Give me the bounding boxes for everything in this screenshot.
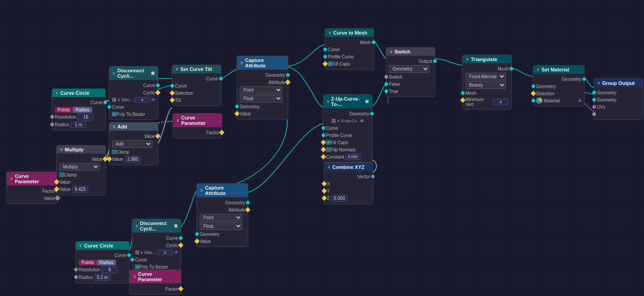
z-value[interactable]: 0.000	[331, 195, 347, 202]
socket-attr-out-c2[interactable]	[245, 207, 250, 212]
min-vert-value[interactable]: 4	[493, 99, 509, 105]
socket-profile-in-ctm[interactable]	[323, 55, 327, 58]
socket-constant-zup[interactable]	[321, 154, 326, 159]
socket-selection-sm[interactable]	[531, 91, 536, 96]
socket-fillcaps-zup[interactable]	[321, 140, 326, 145]
socket-geom-out-sm[interactable]	[582, 77, 586, 81]
constant-zup[interactable]: 0.000	[345, 154, 361, 160]
title-capture-1: Capture Attribute	[245, 57, 285, 68]
socket-selection-sct[interactable]	[170, 90, 174, 95]
socket-profile-in-zup[interactable]	[322, 133, 325, 137]
socket-factor-out-3[interactable]	[178, 286, 183, 291]
socket-mesh-out[interactable]	[372, 40, 376, 44]
resolution-value[interactable]: 16	[78, 114, 94, 120]
row-geom-out-c2: Geometry	[200, 199, 245, 206]
socket-curve-out-d1[interactable]	[156, 84, 160, 87]
socket-flipnorm-zup[interactable]	[321, 147, 326, 152]
add-dropdown[interactable]: Add	[112, 140, 152, 148]
socket-geom-out-c2[interactable]	[246, 201, 250, 204]
multiply-dropdown[interactable]: Multiply	[59, 163, 100, 171]
cb-fillcaps-zup[interactable]	[326, 140, 331, 145]
title-disconnect-2: Disconnect Cycli...	[140, 221, 173, 231]
socket-curve-out-sct[interactable]	[219, 77, 223, 80]
socket-true-switch[interactable]	[385, 89, 388, 93]
cb-poly-d1[interactable]	[112, 112, 116, 116]
cb-clamp-multiply[interactable]	[59, 172, 64, 177]
radius-btn[interactable]: Radius	[73, 107, 92, 113]
socket-curve-out-1[interactable]	[103, 101, 107, 104]
resolution-cc2[interactable]: 8	[102, 266, 117, 273]
cb-poly-d2[interactable]	[135, 265, 139, 269]
socket-material-sm[interactable]	[532, 99, 535, 102]
row-value2-in-multiply: Value 9.425	[59, 186, 103, 193]
socket-cyclic-out-d2[interactable]	[178, 243, 183, 247]
socket-curve-in-sct[interactable]	[170, 84, 174, 88]
radius-cc2[interactable]: 0.2 m	[94, 274, 110, 281]
socket-mesh-out-tri[interactable]	[510, 67, 513, 71]
socket-extra-go[interactable]	[592, 112, 596, 116]
socket-geom-in-c1[interactable]	[235, 105, 239, 108]
socket-geom-out-zup[interactable]	[370, 112, 374, 115]
node-header-set-material: ∨ Set Material	[533, 66, 584, 74]
socket-curve-out-d2[interactable]	[179, 236, 183, 240]
socket-x-in[interactable]	[322, 181, 326, 186]
point-dropdown-c1[interactable]: Point	[240, 86, 282, 94]
socket-curve-in-d1[interactable]	[107, 105, 111, 109]
node-body-curve-circle-1: Curve Points Radius Resolution 16 Radius…	[52, 97, 105, 130]
socket-uvs-in-go[interactable]	[592, 105, 596, 109]
socket-value-in-c1[interactable]	[234, 111, 239, 116]
material-close[interactable]: ✕	[578, 98, 581, 103]
socket-curve-in-ctm[interactable]	[323, 48, 327, 51]
socket-attr-out-c1[interactable]	[285, 80, 290, 84]
radius-btn-cc2[interactable]: Radius	[97, 260, 116, 265]
title-curve-mesh: Curve to Mesh	[333, 30, 367, 35]
points-btn[interactable]: Points	[55, 107, 73, 113]
float-dropdown-c2[interactable]: Float	[200, 222, 242, 230]
socket-value-out-left[interactable]	[55, 195, 60, 200]
cb-fillcaps[interactable]	[328, 62, 332, 66]
socket-geom-in-sm[interactable]	[532, 84, 535, 88]
socket-false-switch[interactable]	[385, 82, 388, 86]
cb-flipnorm-zup[interactable]	[326, 147, 331, 152]
row-factor-out-3: Factor	[133, 285, 178, 292]
disc-value-d2[interactable]: 4	[157, 250, 173, 255]
socket-min-vert-tri[interactable]	[460, 97, 465, 102]
socket-geom-in-go[interactable]	[592, 91, 596, 94]
points-btn-cc2[interactable]: Points	[79, 260, 97, 265]
socket-output-switch[interactable]	[433, 59, 437, 63]
socket-y-in[interactable]	[322, 188, 326, 193]
socket-cyclic-out-d1[interactable]	[155, 90, 160, 95]
point-dropdown-c2[interactable]: Point	[200, 214, 242, 221]
fixed-alt-dropdown[interactable]: Fixed Alternate	[465, 73, 506, 80]
socket-fillcaps-ctm[interactable]	[322, 61, 327, 66]
socket-switch-in[interactable]	[385, 75, 388, 79]
socket-curve-in-d2[interactable]	[130, 258, 134, 261]
socket-value-out-add[interactable]	[155, 133, 160, 138]
socket-z-in[interactable]	[322, 195, 326, 200]
socket-geom2-in-go[interactable]	[592, 98, 596, 102]
row-points-radius: Points Radius	[55, 106, 103, 113]
socket-geom-out-c1[interactable]	[286, 73, 290, 77]
geom-dropdown-switch[interactable]: Geometry	[389, 65, 429, 73]
value2-multiply[interactable]: 9.425	[72, 186, 88, 193]
socket-vector-out[interactable]	[371, 175, 375, 178]
socket-value-in-c2[interactable]	[194, 239, 199, 243]
radius-value[interactable]: 1 m	[71, 121, 86, 128]
socket-curve-out-cc2[interactable]	[127, 253, 131, 257]
socket-radius-in[interactable]	[50, 123, 54, 126]
cb-clamp-add[interactable]	[112, 150, 116, 154]
socket-radius-in-cc2[interactable]	[74, 275, 78, 279]
socket-value-in-add[interactable]	[107, 156, 112, 161]
socket-resolution-in-cc2[interactable]	[74, 268, 78, 271]
socket-geom-in-c2[interactable]	[195, 232, 199, 236]
float-dropdown-c1[interactable]: Float	[240, 95, 282, 102]
socket-tilt-sct[interactable]	[170, 97, 174, 102]
beauty-dropdown[interactable]: Beauty	[465, 81, 506, 89]
disc-value-d1[interactable]: 4	[134, 97, 150, 102]
row-geom-out-sm: Geometry	[536, 75, 581, 83]
socket-mesh-in-tri[interactable]	[461, 91, 465, 95]
socket-curve-in-zup[interactable]	[322, 126, 325, 130]
socket-factor-out-2[interactable]	[219, 130, 224, 135]
value-in-add[interactable]: 2.985	[125, 156, 141, 163]
socket-resolution-in[interactable]	[50, 115, 54, 119]
